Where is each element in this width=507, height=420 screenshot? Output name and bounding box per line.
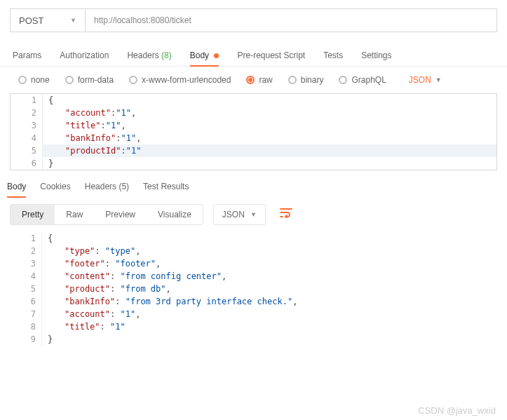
line-number: 6 [10,295,42,308]
radio-raw[interactable]: raw [246,75,272,85]
body-format-value: JSON [409,75,431,85]
request-body-editor[interactable]: 1{ 2"account":"1", 3"title":"1", 4"bankI… [10,93,497,170]
response-tab-test-results[interactable]: Test Results [143,182,189,197]
radio-none-label: none [31,75,50,85]
tab-tests[interactable]: Tests [323,50,343,66]
json-value: "footer" [115,259,156,269]
json-key: "type" [65,246,95,256]
radio-urlencoded[interactable]: x-www-form-urlencoded [129,75,231,85]
json-value: "from config center" [120,271,222,281]
line-number: 5 [11,144,43,157]
tab-params[interactable]: Params [13,50,41,66]
radio-binary[interactable]: binary [288,75,324,85]
response-view-tabs: Pretty Raw Preview Visualize [10,204,203,225]
json-key: "title" [65,322,100,332]
tab-authorization[interactable]: Authorization [60,50,109,66]
radio-raw-label: raw [259,75,272,85]
line-number: 2 [10,245,42,257]
json-key: "bankInfo" [65,133,116,143]
tab-headers-count: (8) [161,50,172,60]
json-value: "1" [120,309,135,319]
chevron-down-icon: ▼ [435,76,442,83]
body-format-select[interactable]: JSON ▼ [409,75,442,85]
radio-icon [65,76,74,84]
radio-graphql[interactable]: GraphQL [339,75,386,85]
radio-form-data-label: form-data [78,75,114,85]
line-number: 4 [11,132,43,144]
response-tab-headers[interactable]: Headers (5) [85,182,129,197]
http-method-select[interactable]: POST ▼ [10,8,86,32]
response-tab-body[interactable]: Body [7,182,26,197]
view-tab-visualize[interactable]: Visualize [147,205,203,224]
radio-graphql-label: GraphQL [351,75,386,85]
radio-none[interactable]: none [18,75,50,85]
response-body-viewer[interactable]: 1{ 2"type": "type", 3"footer": "footer",… [10,232,497,346]
json-key: "account" [65,309,110,319]
tab-headers-label: Headers [127,50,158,60]
response-toolbar: Pretty Raw Preview Visualize JSON ▼ [0,197,507,232]
response-tab-headers-count: (5) [119,182,129,191]
body-type-radio-group: none form-data x-www-form-urlencoded raw… [0,67,507,93]
radio-form-data[interactable]: form-data [65,75,114,85]
tab-body-label: Body [190,50,209,60]
response-tab-headers-label: Headers [85,182,116,191]
line-number: 3 [10,257,42,270]
view-tab-pretty[interactable]: Pretty [11,205,55,224]
line-number: 9 [10,333,42,346]
json-key: "account" [65,108,111,118]
line-number: 2 [11,107,43,119]
json-key: "productId" [65,146,121,156]
response-format-select[interactable]: JSON ▼ [213,204,266,225]
json-key: "title" [65,121,101,130]
radio-urlencoded-label: x-www-form-urlencoded [142,75,231,85]
radio-icon [129,76,137,84]
radio-icon [18,76,27,84]
line-number: 4 [10,270,42,283]
response-format-value: JSON [222,210,245,219]
json-value: "from 3rd party interface check." [126,297,292,306]
json-key: "footer" [65,259,105,269]
code-text: } [48,158,53,168]
tab-headers[interactable]: Headers (8) [127,50,171,66]
tab-pre-request[interactable]: Pre-request Script [237,50,305,66]
json-value: "1" [116,108,131,118]
radio-binary-label: binary [301,75,324,85]
radio-icon [339,76,347,84]
code-text: { [48,95,53,105]
request-bar: POST ▼ [0,0,507,38]
view-tab-preview[interactable]: Preview [94,205,147,224]
json-key: "content" [65,271,110,281]
response-tab-cookies[interactable]: Cookies [40,182,70,197]
view-tab-raw[interactable]: Raw [55,205,94,224]
json-value: "type" [105,246,135,256]
json-value: "from db" [120,284,165,294]
chevron-down-icon: ▼ [70,17,76,24]
http-method-value: POST [19,15,43,26]
line-number: 7 [10,308,42,320]
wrap-lines-icon[interactable] [280,208,292,221]
json-key: "product" [65,284,110,294]
line-number: 3 [11,119,43,132]
line-number: 1 [10,232,42,245]
tab-body[interactable]: Body [190,50,219,66]
watermark: CSDN @java_wxid [418,405,496,416]
json-value: "1" [126,146,142,156]
code-text: { [48,233,53,243]
line-number: 8 [10,320,42,333]
line-number: 5 [10,283,42,295]
json-value: "1" [106,121,121,130]
chevron-down-icon: ▼ [250,211,257,218]
radio-icon [288,76,297,84]
radio-icon [246,76,255,84]
line-number: 6 [11,157,43,170]
tab-settings[interactable]: Settings [361,50,391,66]
line-number: 1 [11,94,43,107]
request-tabs: Params Authorization Headers (8) Body Pr… [0,38,507,67]
modified-dot-icon [214,53,219,58]
response-tabs: Body Cookies Headers (5) Test Results [0,170,507,197]
json-key: "bankInfo" [65,297,115,306]
json-value: "1" [121,133,136,143]
json-value: "1" [110,322,126,332]
code-text: } [48,334,53,344]
url-input[interactable] [86,8,497,32]
